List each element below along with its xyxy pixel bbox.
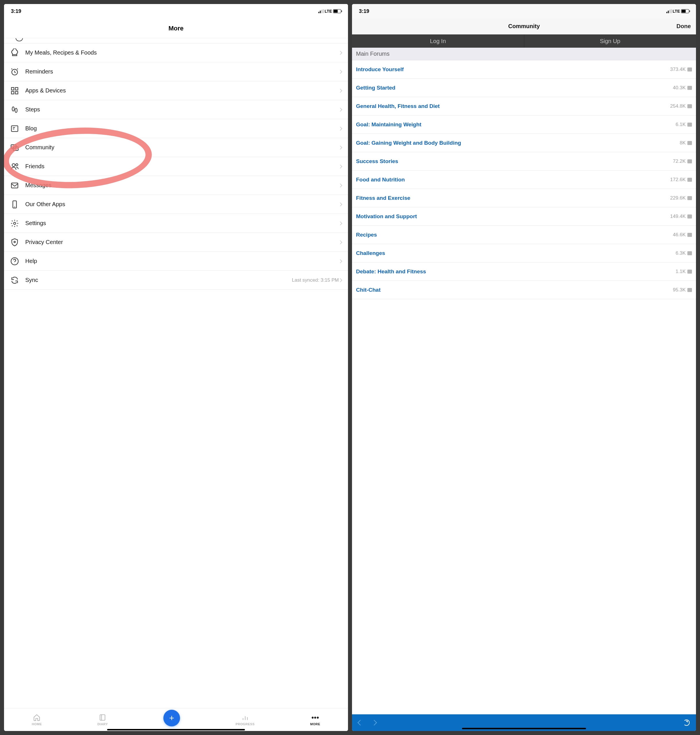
- forum-name: Challenges: [356, 250, 385, 256]
- settings-row-label: Messages: [25, 182, 339, 189]
- ellipsis-icon: •••: [312, 714, 319, 721]
- forum-name: Goal: Maintaining Weight: [356, 122, 422, 128]
- nav-title: Community: [372, 23, 676, 29]
- forum-count: 46.6K: [673, 232, 686, 238]
- comment-icon: [687, 86, 692, 90]
- status-bar: 3:19 LTE: [4, 4, 348, 18]
- chevron-right-icon: [338, 126, 342, 130]
- friends-icon: [10, 162, 19, 171]
- forum-name: General Health, Fitness and Diet: [356, 103, 440, 109]
- settings-row[interactable]: Messages: [4, 176, 348, 195]
- tab-login[interactable]: Log In: [352, 34, 524, 48]
- settings-row[interactable]: My Meals, Recipes & Foods: [4, 43, 348, 62]
- forum-row[interactable]: Introduce Yourself373.4K: [352, 60, 696, 79]
- settings-row[interactable]: Privacy Center: [4, 233, 348, 252]
- settings-row[interactable]: Apps & Devices: [4, 81, 348, 100]
- settings-row-subtitle: Last synced: 3:15 PM: [292, 277, 339, 283]
- gear-icon: [10, 219, 19, 228]
- chevron-right-icon: [338, 202, 342, 206]
- settings-row[interactable]: Steps: [4, 100, 348, 119]
- forum-row[interactable]: Goal: Maintaining Weight6.1K: [352, 115, 696, 134]
- forum-row[interactable]: Motivation and Support149.4K: [352, 207, 696, 226]
- comment-icon: [687, 196, 692, 200]
- battery-icon: [681, 9, 689, 13]
- signal-icon: [318, 9, 324, 13]
- forum-row[interactable]: Recipes46.6K: [352, 226, 696, 244]
- nav-bar: Community Done: [352, 18, 696, 34]
- forum-row[interactable]: Goal: Gaining Weight and Body Building8K: [352, 134, 696, 152]
- tab-progress[interactable]: PROGRESS: [235, 714, 254, 726]
- comment-icon: [687, 288, 692, 292]
- chevron-right-icon: [338, 107, 342, 112]
- sync-icon: [10, 276, 19, 285]
- chevron-right-icon: [338, 145, 342, 149]
- svg-rect-4: [12, 91, 14, 94]
- comment-icon: [687, 123, 692, 126]
- battery-icon: [333, 9, 341, 13]
- chevron-right-icon: [338, 259, 342, 263]
- settings-row-label: Reminders: [25, 68, 339, 75]
- tab-more[interactable]: ••• MORE: [310, 714, 320, 726]
- settings-row[interactable]: Friends: [4, 157, 348, 176]
- done-button[interactable]: Done: [676, 23, 691, 29]
- forum-count: 254.8K: [670, 103, 686, 109]
- forum-row[interactable]: Success Stories72.2K: [352, 152, 696, 171]
- chevron-right-icon: [338, 240, 342, 244]
- forum-list[interactable]: Introduce Yourself373.4KGetting Started4…: [352, 60, 696, 714]
- tab-more-label: MORE: [310, 722, 320, 726]
- settings-row[interactable]: Blog: [4, 119, 348, 138]
- forward-button[interactable]: [371, 720, 377, 726]
- settings-row[interactable]: Our Other Apps: [4, 195, 348, 214]
- tab-signup[interactable]: Sign Up: [524, 34, 696, 48]
- chevron-right-icon: [338, 183, 342, 187]
- forum-icon: [10, 143, 19, 152]
- carrier-label: LTE: [325, 9, 332, 13]
- forum-row[interactable]: General Health, Fitness and Diet254.8K: [352, 97, 696, 115]
- chevron-right-icon: [338, 50, 342, 54]
- svg-point-14: [16, 164, 18, 166]
- svg-rect-5: [16, 91, 18, 94]
- forum-name: Debate: Health and Fitness: [356, 269, 426, 275]
- forum-row[interactable]: Getting Started40.3K: [352, 79, 696, 97]
- forum-row[interactable]: Chit-Chat95.3K: [352, 281, 696, 299]
- forum-count: 172.6K: [670, 177, 686, 182]
- settings-row[interactable]: SyncLast synced: 3:15 PM: [4, 271, 348, 290]
- phone-icon: [10, 200, 19, 209]
- settings-row-label: Blog: [25, 125, 339, 132]
- chevron-right-icon: [338, 164, 342, 168]
- tab-diary[interactable]: DIARY: [97, 714, 108, 726]
- forum-row[interactable]: Fitness and Exercise229.6K: [352, 189, 696, 207]
- comment-icon: [687, 178, 692, 182]
- forum-name: Food and Nutrition: [356, 176, 405, 183]
- chevron-right-icon: [338, 278, 342, 282]
- svg-point-6: [12, 107, 14, 111]
- settings-row[interactable]: Community: [4, 138, 348, 157]
- forum-count: 1.1K: [676, 269, 686, 275]
- comment-icon: [687, 251, 692, 255]
- add-button[interactable]: +: [163, 710, 180, 726]
- tab-home[interactable]: HOME: [32, 714, 42, 726]
- settings-row[interactable]: Reminders: [4, 62, 348, 81]
- forum-name: Introduce Yourself: [356, 66, 404, 73]
- reload-button[interactable]: [683, 719, 690, 726]
- settings-row[interactable]: Help: [4, 252, 348, 271]
- settings-row-label: Privacy Center: [25, 239, 339, 245]
- carrier-label: LTE: [673, 9, 680, 13]
- settings-row-label: Friends: [25, 163, 339, 170]
- svg-point-18: [13, 222, 16, 225]
- svg-rect-15: [12, 183, 18, 188]
- chevron-right-icon: [338, 88, 342, 93]
- auth-tabs: Log In Sign Up: [352, 34, 696, 48]
- forum-name: Chit-Chat: [356, 287, 381, 293]
- forum-row[interactable]: Debate: Health and Fitness1.1K: [352, 262, 696, 281]
- settings-list[interactable]: My Meals, Recipes & FoodsRemindersApps &…: [4, 38, 348, 708]
- tab-bar: HOME DIARY + PROGRESS ••• MORE: [4, 708, 348, 731]
- status-bar: 3:19 LTE: [352, 4, 696, 18]
- forum-row[interactable]: Food and Nutrition172.6K: [352, 171, 696, 189]
- svg-point-7: [15, 108, 17, 113]
- browser-toolbar: [352, 714, 696, 731]
- forum-row[interactable]: Challenges6.3K: [352, 244, 696, 262]
- back-button[interactable]: [357, 720, 363, 726]
- settings-row[interactable]: Settings: [4, 214, 348, 233]
- status-time: 3:19: [11, 8, 21, 14]
